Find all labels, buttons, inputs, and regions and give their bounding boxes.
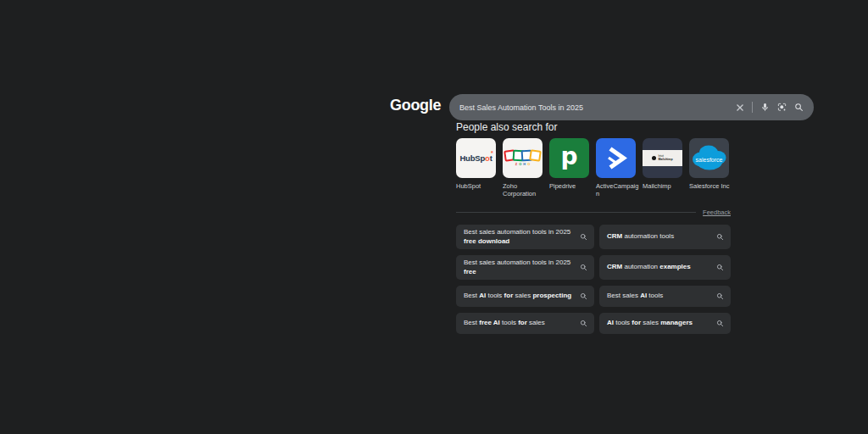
search-bar-icons	[736, 102, 804, 113]
related-search-text: CRM automation examples	[607, 263, 696, 272]
entity-card-activecampaign: ActiveCampaign	[596, 138, 636, 198]
entity-label: Zoho Corporation	[503, 182, 546, 198]
zoho-wordmark: ZOHO	[515, 163, 531, 166]
related-search-text: Best free AI tools for sales	[464, 319, 550, 328]
search-icon[interactable]	[794, 103, 804, 112]
hubspot-logo: HubSpo*t	[459, 153, 492, 163]
entity-tile-activecampaign[interactable]	[596, 138, 636, 178]
entity-tile-pipedrive[interactable]: p	[549, 138, 589, 178]
zoho-square-icon	[529, 149, 542, 162]
related-searches-grid: Best sales automation tools in 2025 free…	[456, 225, 731, 334]
entity-label: Salesforce Inc	[689, 182, 732, 190]
divider-line	[456, 212, 696, 213]
related-search-chip[interactable]: Best AI tools for sales prospecting	[456, 286, 594, 307]
related-search-text: Best AI tools for sales prospecting	[464, 292, 576, 301]
related-search-chip[interactable]: CRM automation tools	[599, 225, 731, 249]
entity-tiles-row: HubSpo*tHubSpotZOHOZoho CorporationpPipe…	[456, 138, 729, 198]
related-search-chip[interactable]: Best sales automation tools in 2025 free	[456, 255, 594, 280]
people-also-search-for-heading: People also search for	[456, 121, 557, 133]
feedback-row: Feedback	[456, 209, 731, 216]
search-icon	[716, 233, 724, 241]
feedback-link[interactable]: Feedback	[703, 209, 731, 216]
search-icon	[580, 292, 587, 300]
svg-text:salesforce: salesforce	[696, 157, 723, 163]
lens-icon[interactable]	[777, 103, 787, 112]
mailchimp-band: IntuitMailchimp	[643, 150, 682, 166]
related-search-text: Best sales AI tools	[607, 292, 668, 301]
close-icon[interactable]	[736, 103, 744, 112]
hubspot-sprocket-spark-icon: *	[491, 150, 493, 156]
related-search-text: AI tools for sales managers	[607, 319, 698, 328]
related-search-chip[interactable]: Best free AI tools for sales	[456, 313, 594, 334]
search-icon	[580, 264, 587, 271]
entity-card-zoho: ZOHOZoho Corporation	[503, 138, 542, 198]
entity-tile-zoho[interactable]: ZOHO	[503, 138, 542, 178]
salesforce-cloud-icon: salesforce	[689, 138, 729, 178]
entity-tile-salesforce[interactable]: salesforce	[689, 138, 729, 178]
related-search-chip[interactable]: Best sales AI tools	[599, 286, 731, 307]
mailchimp-wordmark: IntuitMailchimp	[658, 155, 672, 161]
entity-card-pipedrive: pPipedrive	[549, 138, 589, 198]
search-icon	[716, 320, 724, 327]
entity-tile-hubspot[interactable]: HubSpo*t	[456, 138, 496, 178]
google-search-page: Google	[0, 0, 868, 434]
search-icon	[580, 320, 587, 327]
related-search-text: Best sales automation tools in 2025 free…	[464, 228, 580, 246]
search-input[interactable]	[459, 103, 729, 112]
entity-label: ActiveCampaign	[596, 182, 639, 198]
mic-icon[interactable]	[760, 103, 770, 112]
zoho-logo: ZOHO	[506, 150, 540, 166]
entity-label: Mailchimp	[643, 182, 686, 190]
google-logo[interactable]: Google	[390, 97, 441, 114]
search-icon	[716, 292, 724, 300]
entity-tile-mailchimp[interactable]: IntuitMailchimp	[643, 138, 682, 178]
related-search-chip[interactable]: Best sales automation tools in 2025 free…	[456, 225, 594, 249]
zoho-squares-icon	[506, 150, 540, 161]
related-search-text: Best sales automation tools in 2025 free	[464, 259, 580, 276]
search-icon	[580, 233, 587, 241]
mailchimp-monkey-icon	[652, 156, 656, 160]
activecampaign-chevron-icon	[596, 138, 636, 178]
entity-card-hubspot: HubSpo*tHubSpot	[456, 138, 496, 198]
entity-card-mailchimp: IntuitMailchimpMailchimp	[643, 138, 682, 198]
hubspot-sprocket-o: o*	[485, 153, 490, 163]
entity-card-salesforce: salesforceSalesforce Inc	[689, 138, 729, 198]
related-search-text: CRM automation tools	[607, 232, 679, 242]
pipedrive-logo: p	[560, 142, 577, 170]
search-bar[interactable]	[449, 94, 814, 120]
search-bar-divider	[752, 102, 753, 113]
related-search-chip[interactable]: AI tools for sales managers	[599, 313, 731, 334]
entity-label: Pipedrive	[549, 182, 593, 190]
search-icon	[716, 264, 724, 271]
entity-label: HubSpot	[456, 182, 499, 190]
related-search-chip[interactable]: CRM automation examples	[599, 255, 731, 280]
